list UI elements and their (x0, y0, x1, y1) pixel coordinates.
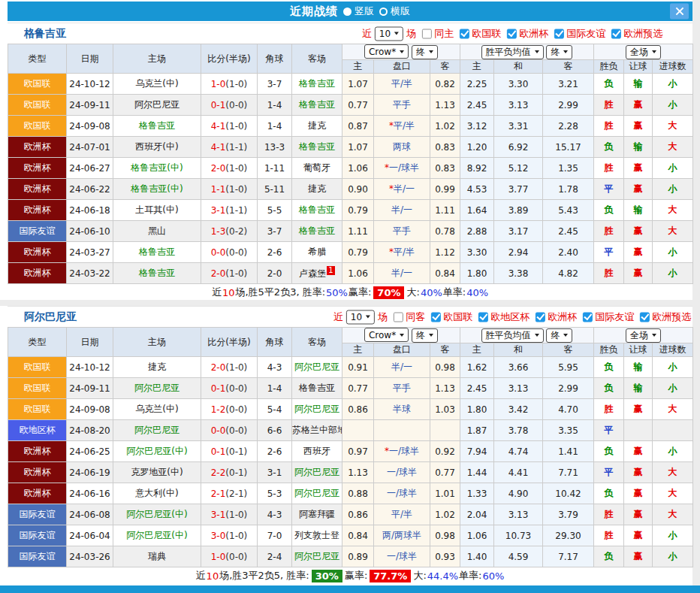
avg-time-select[interactable]: 终 (546, 45, 572, 59)
competition-checkbox[interactable] (507, 29, 517, 38)
avg-away-odds: 3.79 (543, 504, 594, 525)
scope-select[interactable]: 全场 (626, 328, 661, 343)
team-label: 格鲁吉亚 (299, 225, 335, 236)
results-table: 类型日期主场比分(半场)角球客场Crow* 终胜平负均值 终全场主盘口客主和客胜… (8, 327, 693, 567)
avg-group-header: 胜平负均值 终 (460, 44, 594, 60)
avg-home-odds: 3.12 (460, 116, 494, 137)
layout-radio-horizontal[interactable]: 横版 (379, 5, 410, 18)
avg-time-select[interactable]: 终 (546, 328, 572, 343)
same-venue-checkbox[interactable] (394, 312, 403, 322)
summary-segment: 近 (196, 569, 206, 582)
corners: 6-6 (258, 420, 292, 441)
halftime-score: (1-0) (225, 184, 247, 195)
handicap-result (624, 420, 653, 441)
halftime-score: (1-0) (225, 163, 247, 174)
odds-time-select[interactable]: 终 (412, 328, 438, 343)
avg-home-odds: 1.40 (460, 546, 494, 567)
handicap-result: 赢 (624, 116, 653, 137)
close-button[interactable] (670, 4, 689, 20)
team-label: 卢森堡 (299, 268, 326, 279)
avg-home-odds: 2.04 (460, 504, 494, 525)
competition-checkbox[interactable] (478, 312, 488, 322)
avg-home-odds: 1.20 (460, 137, 494, 158)
avg-odds-select[interactable]: 胜平负均值 (481, 328, 544, 343)
home-team: 土耳其(中) (113, 200, 201, 221)
title-group: 近期战绩 竖版横版 (290, 5, 410, 19)
summary-segment: 40% (466, 287, 488, 298)
section-divider (0, 300, 700, 306)
same-venue-checkbox[interactable] (422, 29, 432, 38)
filter-bar: 近10场同主欧国联欧洲杯国际友谊欧洲预选 (362, 26, 662, 41)
handicap-label: 半/一 (394, 183, 415, 194)
chevron-down-icon (400, 334, 404, 337)
team-label: 意大利(中) (135, 488, 178, 498)
select-value: 胜平负均值 (486, 329, 531, 342)
avg-odds-select[interactable]: 胜平负均值 (481, 45, 544, 59)
competition-type-badge: 欧洲杯 (8, 200, 67, 221)
select-value: 10 (379, 29, 391, 39)
avg-group-header: 胜平负均值 终 (460, 328, 594, 343)
checkbox-label: 欧洲预选 (623, 27, 662, 41)
result: 胜 (594, 399, 624, 420)
radio-label: 横版 (391, 5, 410, 18)
scope-select[interactable]: 全场 (626, 45, 661, 59)
competition-option: 欧国联 (431, 310, 472, 324)
halftime-score: (1-1) (225, 142, 247, 153)
result-group-header: 全场 (594, 44, 693, 60)
avg-draw-odds: 3.77 (494, 179, 543, 200)
recent-count-select[interactable]: 10 (346, 310, 375, 324)
handicap: 平/半 (374, 504, 430, 525)
select-value: 终 (416, 46, 425, 59)
odds-time-select[interactable]: 终 (412, 45, 438, 59)
corners: 5-3 (258, 483, 292, 504)
competition-checkbox[interactable] (611, 29, 621, 38)
summary-segment: 大: (413, 569, 426, 582)
results-table-holder: 类型日期主场比分(半场)角球客场Crow* 终胜平负均值 终全场主盘口客主和客胜… (8, 44, 692, 284)
result: 负 (594, 200, 624, 221)
avg-draw-odds: 3.78 (494, 420, 543, 441)
avg-home-odds: 2.45 (460, 95, 494, 116)
competition-checkbox[interactable] (583, 312, 593, 322)
away-team: 阿尔巴尼亚 (292, 546, 342, 567)
fulltime-score: 2-0 (211, 362, 226, 373)
column-subheader: 和 (494, 343, 543, 357)
filter-label-games: 场 (406, 27, 416, 41)
bookmaker-select[interactable]: Crow* (364, 328, 409, 342)
match-row: 欧洲杯24-03-27格鲁吉亚0-0(0-0)2-6希腊0.79*平/半1.12… (8, 242, 693, 263)
team-row: 阿尔巴尼亚 近10场同客欧国联欧地区杯欧洲杯国际友谊欧洲预选 (8, 306, 692, 327)
match-date: 24-09-11 (67, 95, 113, 116)
avg-home-odds: 3.30 (460, 242, 494, 263)
same-venue-option: 同客 (394, 310, 425, 324)
handicap-label: 一/球半 (389, 446, 419, 456)
goals-total: 大 (653, 116, 693, 137)
competition-type-badge: 欧洲杯 (8, 483, 67, 504)
avg-away-odds: 1.78 (543, 179, 594, 200)
fulltime-score: 2-1 (211, 489, 226, 499)
recent-count-select[interactable]: 10 (375, 26, 403, 41)
competition-checkbox[interactable] (640, 312, 650, 322)
competition-checkbox[interactable] (554, 29, 564, 38)
home-odds: 1.11 (342, 221, 374, 242)
fulltime-score: 2-0 (211, 163, 226, 174)
competition-checkbox[interactable] (536, 312, 545, 322)
team-label: 西班牙(中) (135, 141, 178, 152)
handicap-result: 输 (624, 74, 653, 95)
home-odds: 1.06 (342, 158, 374, 179)
team-label: 瑞典 (148, 551, 166, 561)
avg-draw-odds: 10.73 (494, 525, 543, 546)
layout-radio-vertical[interactable]: 竖版 (343, 5, 374, 18)
competition-option: 欧洲杯 (507, 27, 548, 41)
match-row: 欧洲杯24-06-16意大利(中)2-1(2-1)5-3阿尔巴尼亚0.88一/球… (8, 483, 693, 504)
match-date: 24-06-10 (67, 221, 113, 242)
handicap-result: 输 (624, 137, 653, 158)
competition-type-badge: 国际友谊 (8, 546, 67, 567)
avg-draw-odds: 3.13 (494, 95, 543, 116)
column-subheader: 盘口 (374, 343, 430, 357)
bookmaker-select[interactable]: Crow* (364, 44, 409, 59)
avg-draw-odds: 3.38 (494, 263, 543, 284)
competition-checkbox[interactable] (460, 29, 469, 38)
competition-checkbox[interactable] (431, 312, 441, 322)
home-odds: 0.77 (342, 378, 374, 399)
handicap-label: 两/两球半 (382, 530, 421, 540)
match-date: 24-03-27 (67, 242, 113, 263)
